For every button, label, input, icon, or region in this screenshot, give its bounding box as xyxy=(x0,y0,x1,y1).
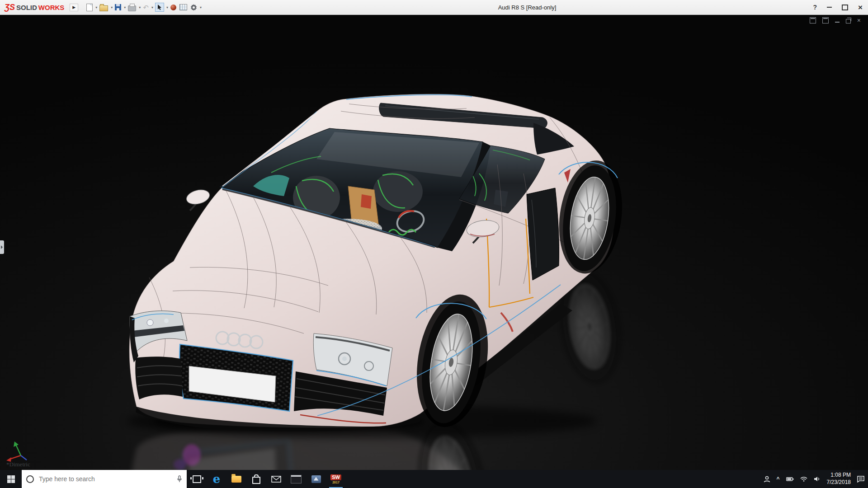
cursor-arrow-icon xyxy=(157,4,162,10)
edge-icon: e xyxy=(213,473,221,485)
help-button[interactable]: ? xyxy=(813,4,817,11)
shopping-bag-icon xyxy=(252,477,260,484)
window-controls: ? × xyxy=(813,0,863,14)
dropdown-caret[interactable]: ▾ xyxy=(200,5,202,9)
solidworks-taskbar-button[interactable]: SW 2017 xyxy=(326,470,346,488)
menu-flyout-arrow[interactable]: ▶ xyxy=(70,4,78,11)
appearance-sphere-icon xyxy=(170,5,176,10)
close-button[interactable]: × xyxy=(858,4,863,11)
feature-tree-collapsed-tab[interactable] xyxy=(0,240,4,254)
print-button[interactable] xyxy=(127,3,137,12)
solidworks-window: ƷS SOLIDWORKS ▶ ▾ ▾ ▾ ▾ ↶ ▾ ▾ xyxy=(0,0,868,488)
window-title: Audi R8 S [Read-only] xyxy=(498,4,557,11)
dassault-ds-logo: ƷS xyxy=(5,3,15,12)
file-explorer-button[interactable] xyxy=(226,470,246,488)
open-folder-icon xyxy=(99,5,108,11)
people-icon[interactable] xyxy=(764,476,770,483)
task-pane-icon-2[interactable] xyxy=(822,17,829,23)
minimize-button[interactable] xyxy=(827,7,832,8)
undo-arrow-icon: ↶ xyxy=(143,4,149,11)
task-pane-icon-1[interactable] xyxy=(810,17,816,23)
brand-works-text: WORKS xyxy=(38,4,65,11)
document-window-controls: × xyxy=(810,17,861,23)
microphone-icon[interactable] xyxy=(177,475,182,483)
save-floppy-icon xyxy=(115,4,121,10)
windows-taskbar: e SW 2017 ^ xyxy=(0,470,868,488)
battery-icon[interactable] xyxy=(786,477,794,481)
console-button[interactable] xyxy=(286,470,306,488)
evaluate-button[interactable] xyxy=(179,3,188,11)
store-button[interactable] xyxy=(246,470,266,488)
edrawings-icon xyxy=(311,475,321,483)
quick-access-toolbar: ▾ ▾ ▾ ▾ ↶ ▾ ▾ ▾ xyxy=(85,3,202,12)
search-input[interactable] xyxy=(38,475,173,483)
taskbar-clock[interactable]: 1:08 PM 7/23/2018 xyxy=(827,472,851,486)
start-button[interactable] xyxy=(0,470,22,488)
dropdown-caret[interactable]: ▾ xyxy=(139,5,141,9)
gear-icon xyxy=(190,4,197,11)
clock-date: 7/23/2018 xyxy=(827,479,851,486)
system-tray: ^ 1:08 PM 7/23/2018 xyxy=(764,470,868,488)
edrawings-button[interactable] xyxy=(306,470,326,488)
envelope-icon xyxy=(271,476,281,483)
appearance-button[interactable] xyxy=(170,4,177,11)
sw-label: SW xyxy=(330,474,341,480)
doc-close-button[interactable]: × xyxy=(857,17,861,23)
new-document-button[interactable] xyxy=(85,3,94,12)
table-grid-icon xyxy=(179,4,187,10)
view-orientation-label: *Dimetric xyxy=(6,461,30,468)
dropdown-caret[interactable]: ▾ xyxy=(124,5,126,9)
cortana-icon xyxy=(26,475,34,483)
dropdown-caret[interactable]: ▾ xyxy=(111,5,113,9)
dropdown-caret[interactable]: ▾ xyxy=(151,5,153,9)
doc-restore-button[interactable] xyxy=(846,19,851,23)
folder-icon xyxy=(231,476,241,483)
graphics-viewport[interactable]: × xyxy=(0,14,868,470)
brand-solid-text: SOLID xyxy=(16,4,37,11)
doc-minimize-button[interactable] xyxy=(835,22,840,23)
3d-scene-canvas[interactable]: *Dimetric xyxy=(0,14,868,470)
action-center-icon[interactable] xyxy=(857,476,864,483)
solidworks-logo: ƷS SOLIDWORKS xyxy=(5,3,64,12)
dropdown-caret[interactable]: ▾ xyxy=(95,5,97,9)
maximize-button[interactable] xyxy=(842,5,848,10)
clock-time: 1:08 PM xyxy=(827,472,851,479)
solidworks-app-icon: SW 2017 xyxy=(330,474,341,484)
save-button[interactable] xyxy=(114,3,122,11)
taskbar-search[interactable] xyxy=(22,470,187,488)
task-view-button[interactable] xyxy=(187,470,207,488)
open-button[interactable] xyxy=(99,3,109,12)
options-button[interactable] xyxy=(189,3,198,12)
new-document-icon xyxy=(86,4,93,11)
sw-year-label: 2017 xyxy=(332,481,340,484)
task-view-icon xyxy=(193,475,201,483)
select-tool-button[interactable] xyxy=(155,3,164,12)
network-wifi-icon[interactable] xyxy=(800,477,807,482)
console-window-icon xyxy=(291,475,302,483)
edge-button[interactable]: e xyxy=(207,470,226,488)
titlebar: ƷS SOLIDWORKS ▶ ▾ ▾ ▾ ▾ ↶ ▾ ▾ xyxy=(0,0,868,15)
dropdown-caret[interactable]: ▾ xyxy=(166,5,168,9)
volume-icon[interactable] xyxy=(814,476,821,482)
mail-button[interactable] xyxy=(266,470,286,488)
tray-chevron[interactable]: ^ xyxy=(777,476,780,482)
printer-icon xyxy=(128,5,136,11)
windows-logo-icon xyxy=(7,475,15,483)
undo-button[interactable]: ↶ xyxy=(142,3,150,12)
